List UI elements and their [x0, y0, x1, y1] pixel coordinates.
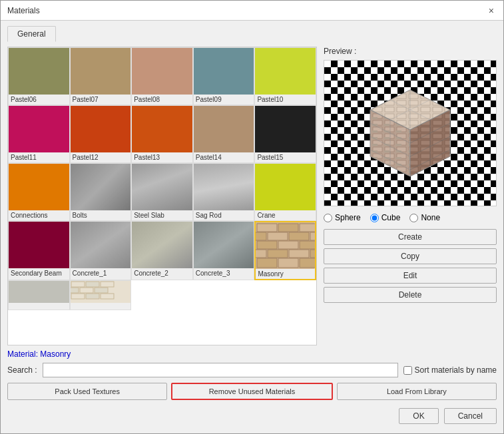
svg-rect-12	[268, 250, 288, 258]
material-cell-concrete3[interactable]: Concrete_3	[193, 221, 255, 280]
radio-sphere-label: Sphere	[335, 213, 361, 222]
swatch-pastel07	[71, 48, 131, 95]
material-cell-pastel15[interactable]: Pastel15	[254, 105, 316, 163]
preview-panel: Preview :	[324, 47, 497, 345]
material-cell-crane[interactable]: Crane	[254, 163, 316, 221]
swatch-pastel06	[9, 48, 69, 95]
create-button[interactable]: Create	[324, 229, 497, 245]
radio-none-input[interactable]	[409, 214, 418, 222]
sort-checkbox-input[interactable]	[403, 366, 412, 375]
swatch-concrete1	[71, 222, 131, 268]
svg-rect-10	[300, 241, 315, 249]
delete-button[interactable]: Delete	[324, 287, 497, 303]
swatch-pastel10	[255, 48, 316, 95]
svg-rect-4	[256, 232, 266, 240]
material-cell-masonry[interactable]: Masonry	[254, 221, 316, 280]
radio-cube-input[interactable]	[370, 214, 379, 222]
sort-label: Sort materials by name	[415, 365, 497, 375]
material-cell-pastel08[interactable]: Pastel08	[131, 47, 193, 105]
svg-rect-23	[80, 288, 93, 293]
swatch-pastel09	[194, 48, 254, 95]
label-pastel11: Pastel11	[9, 152, 69, 162]
material-cell-concrete2[interactable]: Concrete_2	[131, 221, 193, 280]
material-name-display: Material: Masonry	[7, 349, 497, 359]
svg-rect-15	[257, 258, 277, 268]
preview-buttons: Create Copy Edit Delete	[324, 229, 497, 303]
material-cell-sagrod[interactable]: Sag Rod	[193, 163, 255, 221]
material-cell-pastel09[interactable]: Pastel09	[193, 47, 255, 105]
material-cell-pastel13[interactable]: Pastel13	[131, 105, 193, 163]
material-cell-connections[interactable]: Connections	[8, 163, 70, 221]
material-cell-pastel11[interactable]: Pastel11	[8, 105, 70, 163]
cancel-button[interactable]: Cancel	[444, 408, 497, 424]
radio-none[interactable]: None	[409, 213, 440, 222]
radio-sphere[interactable]: Sphere	[324, 213, 361, 222]
search-label: Search :	[7, 365, 37, 375]
svg-rect-27	[101, 294, 114, 299]
tab-general[interactable]: General	[7, 26, 56, 42]
material-cell-pastel07[interactable]: Pastel07	[70, 47, 132, 105]
edit-button[interactable]: Edit	[324, 268, 497, 284]
svg-rect-13	[289, 250, 309, 258]
material-cell-pastel06[interactable]: Pastel06	[8, 47, 70, 105]
svg-rect-24	[95, 288, 108, 293]
label-concrete3: Concrete_3	[194, 268, 254, 278]
radio-sphere-input[interactable]	[324, 214, 332, 222]
load-library-button[interactable]: Load From Library	[337, 383, 497, 400]
swatch-masonry	[256, 222, 315, 269]
remove-unused-button[interactable]: Remove Unused Materials	[171, 383, 332, 400]
swatch-sagrod	[194, 164, 254, 210]
swatch-bolts	[71, 164, 131, 210]
label-pastel14: Pastel14	[194, 152, 254, 162]
search-input[interactable]	[43, 363, 398, 377]
svg-rect-1	[257, 224, 277, 232]
swatch-pastel14	[194, 106, 254, 152]
swatch-pastel15	[255, 106, 316, 152]
svg-rect-5	[268, 232, 288, 240]
radio-none-label: None	[421, 213, 440, 222]
label-pastel12: Pastel12	[71, 152, 131, 162]
shape-radio-group: Sphere Cube None	[324, 213, 497, 222]
svg-rect-6	[289, 232, 309, 240]
material-cell-extra1[interactable]	[8, 280, 70, 310]
swatch-crane	[255, 164, 316, 210]
material-cell-pastel10[interactable]: Pastel10	[254, 47, 316, 105]
swatch-pastel13	[132, 106, 192, 152]
svg-rect-2	[278, 224, 298, 232]
label-steelslab: Steel Slab	[132, 210, 192, 220]
materials-dialog: Materials × General Pastel06 Pastel07	[0, 0, 504, 434]
svg-rect-17	[300, 258, 315, 268]
svg-rect-22	[71, 288, 79, 293]
svg-rect-20	[86, 282, 99, 287]
material-cell-extra2[interactable]	[70, 280, 132, 310]
copy-button[interactable]: Copy	[324, 248, 497, 264]
label-extra1	[9, 303, 69, 306]
pack-textures-button[interactable]: Pack Used Textures	[7, 383, 167, 400]
swatch-connections	[9, 164, 69, 210]
svg-rect-8	[257, 241, 277, 249]
bottom-section: Material: Masonry Search : Sort material…	[7, 345, 497, 428]
close-button[interactable]: ×	[486, 5, 497, 16]
swatch-pastel12	[71, 106, 131, 152]
title-bar: Materials ×	[1, 1, 503, 21]
label-pastel13: Pastel13	[132, 152, 192, 162]
sort-checkbox-label[interactable]: Sort materials by name	[403, 365, 497, 375]
label-masonry: Masonry	[256, 269, 315, 279]
material-cell-steelslab[interactable]: Steel Slab	[131, 163, 193, 221]
label-sagrod: Sag Rod	[194, 210, 254, 220]
material-grid-panel[interactable]: Pastel06 Pastel07 Pastel08 Pastel09	[7, 47, 317, 345]
label-pastel06: Pastel06	[9, 95, 69, 105]
tab-bar: General	[7, 26, 497, 41]
material-cell-pastel12[interactable]: Pastel12	[70, 105, 132, 163]
svg-rect-11	[256, 250, 266, 258]
material-cell-bolts[interactable]: Bolts	[70, 163, 132, 221]
ok-button[interactable]: OK	[399, 408, 438, 424]
material-cell-pastel14[interactable]: Pastel14	[193, 105, 255, 163]
svg-rect-14	[310, 250, 315, 258]
label-secondarybeam: Secondary Beam	[9, 268, 69, 278]
radio-cube[interactable]: Cube	[370, 213, 401, 222]
preview-label: Preview :	[324, 47, 497, 56]
material-cell-concrete1[interactable]: Concrete_1	[70, 221, 132, 280]
material-cell-secondarybeam[interactable]: Secondary Beam	[8, 221, 70, 280]
label-pastel07: Pastel07	[71, 95, 131, 105]
